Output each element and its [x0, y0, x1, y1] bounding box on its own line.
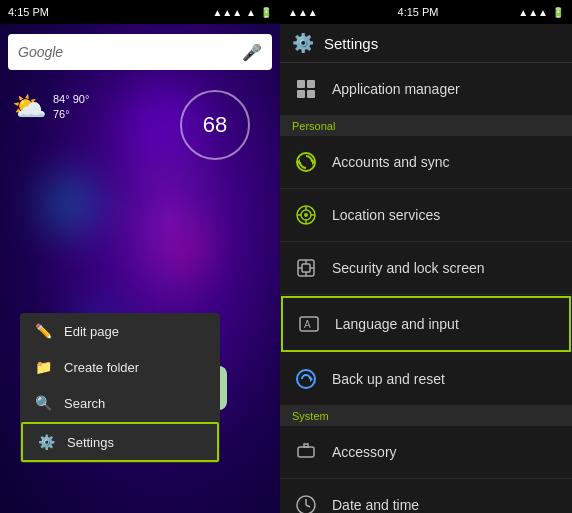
battery-icon: 🔋: [260, 7, 272, 18]
sync-icon: [292, 148, 320, 176]
svg-marker-23: [310, 376, 313, 382]
left-time: 4:15 PM: [8, 6, 49, 18]
svg-point-9: [304, 213, 308, 217]
language-icon: A: [295, 310, 323, 338]
temp-high: 84° 90°: [53, 92, 89, 106]
backup-reset-label: Back up and reset: [332, 371, 445, 387]
right-time: 4:15 PM: [398, 6, 439, 18]
google-search-bar[interactable]: Google 🎤: [8, 34, 272, 70]
right-status-icons-left: ▲▲▲: [288, 7, 318, 18]
date-time-item[interactable]: Date and time: [280, 479, 572, 513]
menu-edit-page[interactable]: ✏️ Edit page: [20, 313, 220, 349]
svg-rect-25: [304, 444, 308, 447]
location-services-label: Location services: [332, 207, 440, 223]
accounts-sync-item[interactable]: Accounts and sync: [280, 136, 572, 189]
signal2-icon: ▲▲▲: [288, 7, 318, 18]
accessory-label: Accessory: [332, 444, 397, 460]
svg-rect-0: [297, 80, 305, 88]
settings-label: Settings: [67, 435, 114, 450]
left-status-icons: ▲▲▲ ▲ 🔋: [212, 7, 272, 18]
accessory-icon: [292, 438, 320, 466]
app-manager-icon: [292, 75, 320, 103]
right-status-icons-right: ▲▲▲ 🔋: [518, 7, 564, 18]
system-divider: System: [280, 406, 572, 426]
edit-label: Edit page: [64, 324, 119, 339]
accessory-item[interactable]: Accessory: [280, 426, 572, 479]
edit-icon: ✏️: [34, 323, 52, 339]
svg-rect-24: [298, 447, 314, 457]
svg-line-28: [306, 505, 310, 507]
menu-create-folder[interactable]: 📁 Create folder: [20, 349, 220, 385]
backup-icon: [292, 365, 320, 393]
location-icon: [292, 201, 320, 229]
bokeh-2: [40, 174, 100, 234]
app-manager-label: Application manager: [332, 81, 460, 97]
menu-search[interactable]: 🔍 Search: [20, 385, 220, 421]
create-folder-label: Create folder: [64, 360, 139, 375]
weather-widget: ⛅ 84° 90° 76°: [12, 90, 89, 123]
temp-low: 76°: [53, 107, 89, 121]
svg-rect-3: [307, 90, 315, 98]
svg-rect-15: [302, 264, 310, 272]
menu-settings[interactable]: ⚙️ Settings: [21, 422, 219, 462]
weather-temps: 84° 90° 76°: [53, 92, 89, 121]
gear-icon: ⚙️: [37, 434, 55, 450]
settings-header: ⚙️ Settings: [280, 24, 572, 63]
bokeh-3: [160, 224, 210, 274]
right-status-bar: ▲▲▲ 4:15 PM ▲▲▲ 🔋: [280, 0, 572, 24]
wifi-icon: ▲: [246, 7, 256, 18]
context-menu: ✏️ Edit page 📁 Create folder 🔍 Search ⚙️…: [20, 313, 220, 463]
backup-reset-item[interactable]: Back up and reset: [280, 353, 572, 406]
personal-divider: Personal: [280, 116, 572, 136]
clock-icon: [292, 491, 320, 513]
weather-icon: ⛅: [12, 90, 47, 123]
google-logo: Google: [18, 44, 63, 60]
svg-rect-1: [307, 80, 315, 88]
language-input-label: Language and input: [335, 316, 459, 332]
app-manager-item[interactable]: Application manager: [280, 63, 572, 116]
circle-display: 68: [180, 90, 250, 160]
settings-page-title: Settings: [324, 35, 378, 52]
signal-icon: ▲▲▲: [212, 7, 242, 18]
right-panel: ▲▲▲ 4:15 PM ▲▲▲ 🔋 ⚙️ Settings Applicatio…: [280, 0, 572, 513]
mic-icon[interactable]: 🎤: [242, 43, 262, 62]
search-label: Search: [64, 396, 105, 411]
settings-gear-icon: ⚙️: [292, 32, 314, 54]
search-icon: 🔍: [34, 395, 52, 411]
language-input-item[interactable]: A Language and input: [281, 296, 571, 352]
security-icon: [292, 254, 320, 282]
svg-rect-2: [297, 90, 305, 98]
date-time-label: Date and time: [332, 497, 419, 513]
folder-icon: 📁: [34, 359, 52, 375]
security-label: Security and lock screen: [332, 260, 485, 276]
battery2-icon: 🔋: [552, 7, 564, 18]
wifi2-icon: ▲▲▲: [518, 7, 548, 18]
svg-text:A: A: [304, 319, 311, 330]
left-status-bar: 4:15 PM ▲▲▲ ▲ 🔋: [0, 0, 280, 24]
accounts-sync-label: Accounts and sync: [332, 154, 450, 170]
settings-list: ⚙️ Settings Application manager Personal: [280, 24, 572, 513]
left-panel: 4:15 PM ▲▲▲ ▲ 🔋 Google 🎤 ⛅ 84° 90° 76° 6…: [0, 0, 280, 513]
security-item[interactable]: Security and lock screen: [280, 242, 572, 295]
location-services-item[interactable]: Location services: [280, 189, 572, 242]
